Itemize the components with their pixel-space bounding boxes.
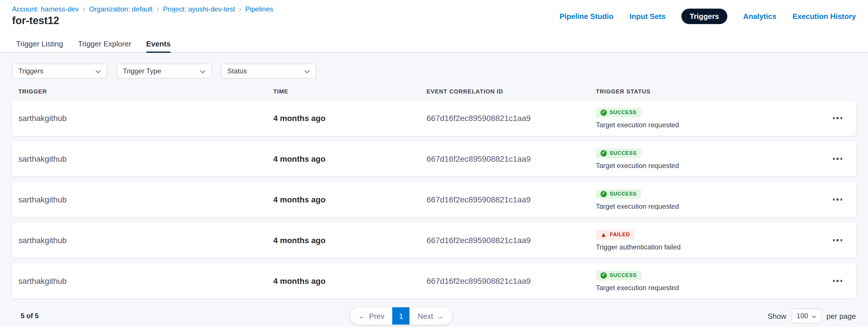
- breadcrumb: Account: harness-dev › Organization: def…: [12, 5, 273, 13]
- trigger-name: sarthakgithub: [19, 113, 273, 123]
- event-time: 4 months ago: [273, 195, 427, 204]
- trigger-name: sarthakgithub: [19, 236, 273, 245]
- table-header: TRIGGER TIME EVENT CORRELATION ID TRIGGE…: [12, 87, 856, 96]
- chevron-right-icon: ›: [83, 6, 85, 12]
- chevron-down-icon: [811, 312, 816, 320]
- status-detail: Target execution requested: [596, 202, 819, 210]
- next-label: Next: [417, 312, 433, 320]
- breadcrumb-organization[interactable]: Organization: default: [89, 5, 153, 13]
- warning-icon: ▲: [600, 231, 607, 238]
- nav-analytics[interactable]: Analytics: [743, 12, 776, 21]
- status-label: FAILED: [610, 232, 630, 237]
- column-header-event-correlation-id: EVENT CORRELATION ID: [427, 88, 596, 94]
- nav-execution-history[interactable]: Execution History: [793, 12, 856, 21]
- current-page-button[interactable]: 1: [392, 307, 410, 325]
- filter-label: Status: [227, 67, 247, 75]
- check-circle-icon: ✓: [600, 191, 607, 197]
- tab-events[interactable]: Events: [146, 36, 170, 53]
- check-circle-icon: ✓: [600, 150, 607, 156]
- show-label: Show: [768, 312, 786, 320]
- event-correlation-id: 667d16f2ec895908821c1aa9: [427, 113, 596, 123]
- trigger-name: sarthakgithub: [19, 195, 273, 204]
- filter-bar: Triggers Trigger Type Status: [12, 53, 856, 78]
- nav-input-sets[interactable]: Input Sets: [629, 12, 665, 21]
- trigger-status-badge: ✓ ▲ SUCCESS: [596, 270, 641, 280]
- table-row: sarthakgithub 4 months ago 667d16f2ec895…: [12, 263, 856, 299]
- status-label: SUCCESS: [610, 272, 637, 278]
- trigger-status-badge: ✓ ▲ SUCCESS: [596, 189, 641, 199]
- table-row: sarthakgithub 4 months ago 667d16f2ec895…: [12, 100, 856, 136]
- column-header-trigger: TRIGGER: [19, 88, 273, 94]
- column-header-trigger-status: TRIGGER STATUS: [596, 88, 819, 94]
- nav-pipeline-studio[interactable]: Pipeline Studio: [559, 12, 613, 21]
- tab-trigger-explorer[interactable]: Trigger Explorer: [78, 36, 131, 53]
- row-menu-button[interactable]: [831, 235, 845, 246]
- status-detail: Trigger authentication failed: [596, 243, 819, 251]
- breadcrumb-pipelines[interactable]: Pipelines: [245, 5, 273, 13]
- event-correlation-id: 667d16f2ec895908821c1aa9: [427, 195, 596, 204]
- page-size-dropdown[interactable]: 100: [792, 308, 821, 324]
- table-row: sarthakgithub 4 months ago 667d16f2ec895…: [12, 182, 856, 217]
- event-time: 4 months ago: [273, 113, 427, 123]
- app-window: Account: harness-dev › Organization: def…: [0, 0, 868, 336]
- chevron-down-icon: [200, 67, 206, 75]
- event-time: 4 months ago: [273, 236, 427, 245]
- status-detail: Target execution requested: [596, 283, 819, 292]
- page-size-value: 100: [797, 312, 808, 320]
- triggers-filter-dropdown[interactable]: Triggers: [12, 64, 107, 78]
- event-correlation-id: 667d16f2ec895908821c1aa9: [427, 154, 596, 163]
- check-circle-icon: ✓: [600, 109, 607, 115]
- status-label: SUCCESS: [610, 191, 637, 197]
- prev-page-button[interactable]: ← Prev: [350, 307, 392, 325]
- chevron-right-icon: ›: [157, 6, 159, 12]
- trigger-name: sarthakgithub: [19, 154, 273, 163]
- event-rows: sarthakgithub 4 months ago 667d16f2ec895…: [12, 100, 856, 299]
- chevron-down-icon: [95, 67, 101, 75]
- event-correlation-id: 667d16f2ec895908821c1aa9: [427, 236, 596, 245]
- next-page-button[interactable]: Next →: [410, 307, 452, 325]
- trigger-name: sarthakgithub: [19, 276, 273, 285]
- pipeline-nav: Pipeline Studio Input Sets Triggers Anal…: [559, 9, 856, 24]
- arrow-left-icon: ←: [358, 312, 366, 320]
- chevron-right-icon: ›: [239, 6, 241, 12]
- check-circle-icon: ✓: [600, 272, 607, 278]
- tab-trigger-listing[interactable]: Trigger Listing: [16, 36, 63, 53]
- table-row: sarthakgithub 4 months ago 667d16f2ec895…: [12, 141, 856, 177]
- pager: ← Prev 1 Next →: [350, 307, 452, 325]
- trigger-type-filter-dropdown[interactable]: Trigger Type: [117, 64, 212, 78]
- column-header-time: TIME: [273, 88, 427, 94]
- page-size-control: Show 100 per page: [768, 308, 856, 324]
- row-menu-button[interactable]: [831, 194, 845, 205]
- status-detail: Target execution requested: [596, 161, 819, 169]
- status-label: SUCCESS: [610, 150, 637, 156]
- status-detail: Target execution requested: [596, 121, 819, 129]
- tab-bar: Trigger Listing Trigger Explorer Events: [0, 36, 868, 53]
- filter-label: Triggers: [19, 67, 43, 75]
- trigger-status-badge: ✓ ▲ SUCCESS: [596, 148, 641, 158]
- row-menu-button[interactable]: [831, 113, 845, 124]
- arrow-right-icon: →: [437, 312, 444, 320]
- prev-label: Prev: [369, 312, 384, 320]
- result-count: 5 of 5: [21, 312, 39, 320]
- table-row: sarthakgithub 4 months ago 667d16f2ec895…: [12, 223, 856, 258]
- event-time: 4 months ago: [273, 154, 427, 163]
- row-menu-button[interactable]: [831, 154, 845, 165]
- event-correlation-id: 667d16f2ec895908821c1aa9: [427, 276, 596, 285]
- filter-label: Trigger Type: [123, 67, 161, 75]
- breadcrumb-account[interactable]: Account: harness-dev: [12, 5, 79, 13]
- events-panel: Triggers Trigger Type Status TRIGGER TIM…: [0, 53, 868, 327]
- nav-triggers[interactable]: Triggers: [682, 9, 727, 24]
- page-title: for-test12: [12, 15, 59, 27]
- status-label: SUCCESS: [610, 109, 637, 115]
- per-page-label: per page: [826, 312, 856, 320]
- pagination-bar: 5 of 5 ← Prev 1 Next → Show 100 per pa: [12, 307, 856, 325]
- event-time: 4 months ago: [273, 276, 427, 285]
- trigger-status-badge: ✓ ▲ FAILED: [596, 230, 634, 239]
- chevron-down-icon: [304, 67, 310, 75]
- breadcrumb-project[interactable]: Project: ayushi-dev-test: [163, 5, 235, 13]
- trigger-status-badge: ✓ ▲ SUCCESS: [596, 107, 641, 117]
- status-filter-dropdown[interactable]: Status: [221, 64, 316, 78]
- page-header: Account: harness-dev › Organization: def…: [0, 0, 868, 36]
- row-menu-button[interactable]: [831, 275, 845, 287]
